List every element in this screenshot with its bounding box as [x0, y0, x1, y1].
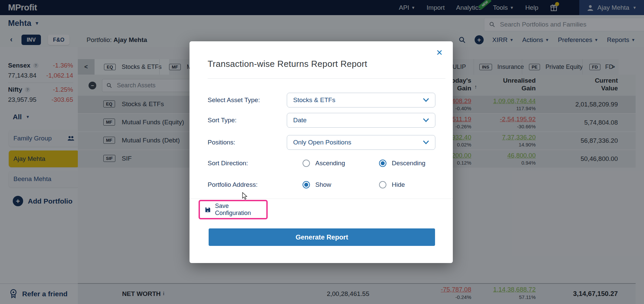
radio-show[interactable]: Show [303, 181, 331, 188]
chevron-down-icon [423, 140, 429, 144]
radio-hide[interactable]: Hide [379, 181, 405, 188]
field-sort-type: Sort Type: Date [208, 113, 435, 128]
chevron-down-icon [423, 98, 429, 102]
field-sort-direction: Sort Direction: Ascending Descending [208, 156, 435, 171]
positions-select[interactable]: Only Open Positions [287, 135, 435, 150]
chevron-down-icon [423, 118, 429, 122]
radio-icon [303, 160, 310, 167]
field-portfolio-address: Portfolio Address: Show Hide [208, 177, 435, 192]
divider [208, 78, 445, 79]
radio-ascending[interactable]: Ascending [303, 160, 345, 167]
radio-checked-icon [303, 181, 310, 188]
generate-report-button[interactable]: Generate Report [209, 228, 435, 246]
close-icon[interactable]: ✕ [436, 48, 443, 57]
field-asset-type: Select Asset Type: Stocks & ETFs [208, 93, 435, 107]
radio-checked-icon [379, 160, 386, 167]
asset-type-select[interactable]: Stocks & ETFs [287, 93, 435, 107]
save-configuration-button[interactable]: Save Configuration [199, 200, 268, 219]
modal-title: Transaction-wise Returns Report Report [208, 59, 367, 69]
divider [190, 199, 453, 199]
radio-descending[interactable]: Descending [379, 160, 425, 167]
field-positions: Positions: Only Open Positions [208, 135, 435, 150]
save-icon [205, 207, 211, 213]
radio-icon [379, 181, 386, 188]
mouse-cursor [241, 192, 248, 200]
app-window: MProfit API ▼ Import Analytics NEW Tools… [0, 0, 644, 304]
report-config-modal: ✕ Transaction-wise Returns Report Report… [190, 41, 453, 263]
sort-type-select[interactable]: Date [287, 113, 435, 128]
